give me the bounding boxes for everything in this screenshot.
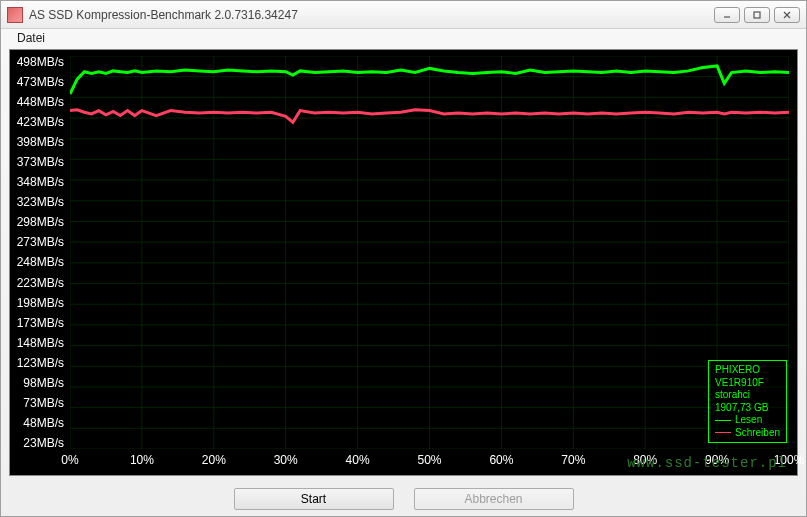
legend-capacity: 1907,73 GB [715, 402, 780, 415]
legend-firmware: VE1R910F [715, 377, 780, 390]
legend-write-swatch [715, 432, 731, 433]
y-tick-label: 123MB/s [10, 357, 68, 369]
button-row: Start Abbrechen [1, 482, 806, 516]
y-tick-label: 398MB/s [10, 136, 68, 148]
y-tick-label: 23MB/s [10, 437, 68, 449]
menubar: Datei [1, 29, 806, 49]
y-tick-label: 373MB/s [10, 156, 68, 168]
x-tick-label: 50% [417, 453, 441, 467]
y-axis-labels: 498MB/s473MB/s448MB/s423MB/s398MB/s373MB… [10, 56, 68, 449]
abort-button: Abbrechen [414, 488, 574, 510]
y-tick-label: 223MB/s [10, 277, 68, 289]
legend-box: PHIXERO VE1R910F storahci 1907,73 GB Les… [708, 360, 787, 443]
y-tick-label: 248MB/s [10, 256, 68, 268]
y-tick-label: 473MB/s [10, 76, 68, 88]
y-tick-label: 423MB/s [10, 116, 68, 128]
y-tick-label: 73MB/s [10, 397, 68, 409]
y-tick-label: 173MB/s [10, 317, 68, 329]
chart-svg [70, 56, 789, 449]
legend-device: PHIXERO [715, 364, 780, 377]
legend-write-row: Schreiben [715, 427, 780, 440]
minimize-button[interactable] [714, 7, 740, 23]
y-tick-label: 148MB/s [10, 337, 68, 349]
window-title: AS SSD Kompression-Benchmark 2.0.7316.34… [29, 8, 714, 22]
legend-read-swatch [715, 420, 731, 421]
x-tick-label: 40% [346, 453, 370, 467]
y-tick-label: 273MB/s [10, 236, 68, 248]
x-tick-label: 0% [61, 453, 78, 467]
y-tick-label: 448MB/s [10, 96, 68, 108]
watermark: www.ssd-tester.pl [627, 455, 787, 471]
y-tick-label: 48MB/s [10, 417, 68, 429]
menu-file[interactable]: Datei [11, 29, 51, 47]
legend-read-label: Lesen [735, 414, 762, 427]
y-tick-label: 498MB/s [10, 56, 68, 68]
svg-rect-1 [754, 12, 760, 18]
y-tick-label: 348MB/s [10, 176, 68, 188]
window-controls [714, 7, 800, 23]
x-tick-label: 70% [561, 453, 585, 467]
titlebar: AS SSD Kompression-Benchmark 2.0.7316.34… [1, 1, 806, 29]
x-tick-label: 30% [274, 453, 298, 467]
chart-panel: 498MB/s473MB/s448MB/s423MB/s398MB/s373MB… [9, 49, 798, 476]
y-tick-label: 98MB/s [10, 377, 68, 389]
chart-area [70, 56, 789, 449]
app-icon [7, 7, 23, 23]
y-tick-label: 323MB/s [10, 196, 68, 208]
legend-write-label: Schreiben [735, 427, 780, 440]
x-tick-label: 20% [202, 453, 226, 467]
legend-read-row: Lesen [715, 414, 780, 427]
start-button[interactable]: Start [234, 488, 394, 510]
maximize-button[interactable] [744, 7, 770, 23]
app-window: AS SSD Kompression-Benchmark 2.0.7316.34… [0, 0, 807, 517]
legend-driver: storahci [715, 389, 780, 402]
x-tick-label: 10% [130, 453, 154, 467]
y-tick-label: 298MB/s [10, 216, 68, 228]
x-tick-label: 60% [489, 453, 513, 467]
y-tick-label: 198MB/s [10, 297, 68, 309]
close-button[interactable] [774, 7, 800, 23]
